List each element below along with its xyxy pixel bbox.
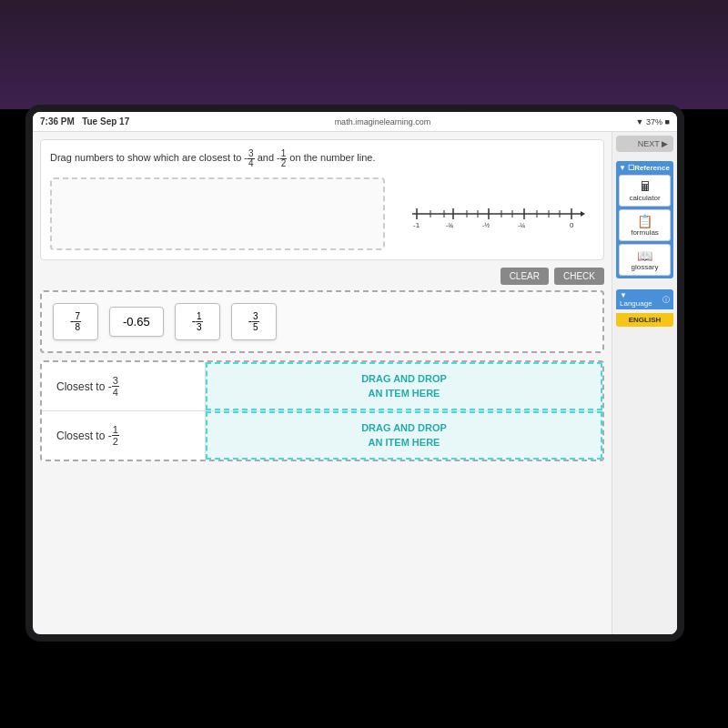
english-button[interactable]: ENGLISH bbox=[616, 313, 673, 327]
number-drop-zone[interactable] bbox=[50, 177, 385, 250]
status-bar: 7:36 PM Tue Sep 17 math.imaginelearning.… bbox=[33, 112, 677, 132]
drop-label-2: Closest to -12 bbox=[42, 411, 206, 460]
calculator-button[interactable]: 🖩 calculator bbox=[619, 175, 671, 207]
glossary-button[interactable]: 📖 glossary bbox=[619, 244, 671, 276]
glossary-icon: 📖 bbox=[622, 248, 668, 263]
drop-zone-2[interactable]: DRAG AND DROP AN ITEM HERE bbox=[206, 411, 602, 460]
question-text: Drag numbers to show which are closest t… bbox=[50, 149, 594, 168]
drag-item-3[interactable]: -13 bbox=[175, 303, 220, 340]
clear-button[interactable]: CLEAR bbox=[500, 268, 549, 285]
next-button[interactable]: NEXT ▶ bbox=[616, 136, 673, 152]
drop-label-1: Closest to -34 bbox=[42, 362, 206, 410]
status-signal: ▼ 37% ■ bbox=[636, 117, 670, 126]
drop-targets-container: Closest to -34 DRAG AND DROP AN ITEM HER… bbox=[40, 360, 604, 461]
reference-header: ▼ ☐Reference bbox=[619, 164, 671, 172]
formulas-button[interactable]: 📋 formulas bbox=[619, 209, 671, 241]
drag-item-4[interactable]: -35 bbox=[231, 303, 277, 340]
question-box: Drag numbers to show which are closest t… bbox=[40, 139, 604, 260]
drop-row-1: Closest to -34 DRAG AND DROP AN ITEM HER… bbox=[42, 362, 602, 411]
status-url: math.imaginelearning.com bbox=[335, 117, 431, 126]
drop-zone-2-text: DRAG AND DROP AN ITEM HERE bbox=[361, 421, 447, 450]
language-header: ▼ Language ⓘ bbox=[616, 289, 673, 309]
svg-text:-½: -½ bbox=[482, 222, 490, 228]
reference-section: ▼ ☐Reference 🖩 calculator 📋 formulas 📖 g… bbox=[616, 161, 673, 278]
calculator-icon: 🖩 bbox=[622, 179, 668, 194]
drag-items-pool: -78 -0.65 -13 -35 bbox=[40, 290, 604, 353]
svg-text:-¾: -¾ bbox=[446, 222, 453, 228]
drop-zone-1[interactable]: DRAG AND DROP AN ITEM HERE bbox=[206, 362, 602, 410]
svg-marker-1 bbox=[581, 211, 585, 217]
formulas-icon: 📋 bbox=[622, 214, 668, 228]
sidebar: NEXT ▶ ▼ ☐Reference 🖩 calculator 📋 formu… bbox=[612, 132, 677, 634]
drop-zone-1-text: DRAG AND DROP AN ITEM HERE bbox=[361, 372, 447, 400]
language-section: ▼ Language ⓘ ENGLISH bbox=[616, 289, 673, 327]
number-line: -1 -¾ -½ bbox=[394, 177, 594, 250]
drag-item-2[interactable]: -0.65 bbox=[109, 307, 164, 337]
svg-text:-1: -1 bbox=[413, 221, 420, 229]
drop-row-2: Closest to -12 DRAG AND DROP AN ITEM HER… bbox=[42, 411, 602, 460]
check-button[interactable]: CHECK bbox=[554, 268, 604, 285]
drag-item-1[interactable]: -78 bbox=[53, 303, 98, 340]
svg-text:0: 0 bbox=[570, 221, 574, 229]
svg-text:-¼: -¼ bbox=[518, 222, 525, 228]
status-time: 7:36 PM Tue Sep 17 bbox=[40, 116, 129, 126]
action-buttons: CLEAR CHECK bbox=[40, 268, 604, 285]
main-area: Drag numbers to show which are closest t… bbox=[33, 132, 612, 634]
